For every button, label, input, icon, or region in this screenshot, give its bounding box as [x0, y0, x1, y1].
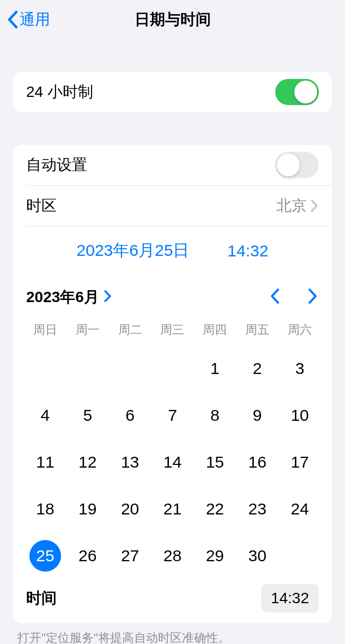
day-cell[interactable]: 28	[152, 538, 194, 573]
chevron-right-icon	[104, 290, 112, 305]
hour24-row: 24 小时制	[13, 72, 332, 112]
weekday-cell: 周二	[109, 317, 152, 345]
day-cell[interactable]: 24	[279, 492, 321, 526]
hour24-toggle[interactable]	[275, 79, 319, 105]
day-cell-empty	[109, 351, 152, 386]
day-cell[interactable]: 9	[236, 398, 279, 433]
weekday-cell: 周五	[236, 317, 279, 345]
day-cell[interactable]: 29	[193, 538, 236, 573]
weekday-cell: 周四	[193, 317, 236, 345]
day-cell[interactable]: 20	[109, 492, 152, 526]
day-cell[interactable]: 23	[236, 492, 279, 526]
day-cell[interactable]: 25	[24, 538, 66, 573]
day-cell[interactable]: 14	[152, 445, 194, 480]
day-cell[interactable]: 21	[152, 492, 194, 526]
month-selector[interactable]: 2023年6月	[26, 287, 112, 308]
weekday-row: 周日周一周二周三周四周五周六	[13, 315, 332, 345]
time-display[interactable]: 14:32	[227, 242, 268, 260]
day-cell[interactable]: 12	[66, 445, 109, 480]
weekday-cell: 周三	[152, 317, 194, 345]
back-label: 通用	[20, 9, 50, 30]
day-cell[interactable]: 18	[24, 492, 66, 526]
day-cell[interactable]: 8	[193, 398, 236, 433]
day-cell[interactable]: 7	[152, 398, 194, 433]
weekday-cell: 周六	[279, 317, 321, 345]
day-cell[interactable]: 16	[236, 445, 279, 480]
day-cell[interactable]: 11	[24, 445, 66, 480]
weekday-cell: 周一	[66, 317, 109, 345]
weekday-cell: 周日	[24, 317, 66, 345]
time-row-label: 时间	[26, 588, 57, 609]
day-cell[interactable]: 22	[193, 492, 236, 526]
day-cell[interactable]: 5	[66, 398, 109, 433]
day-cell[interactable]: 10	[279, 398, 321, 433]
day-cell[interactable]: 30	[236, 538, 279, 573]
back-button[interactable]: 通用	[7, 9, 50, 30]
auto-set-label: 自动设置	[26, 155, 87, 175]
day-cell[interactable]: 19	[66, 492, 109, 526]
timezone-value: 北京	[276, 195, 307, 216]
chevron-right-icon	[310, 199, 319, 213]
auto-set-row: 自动设置	[13, 145, 332, 185]
day-cell[interactable]: 1	[193, 351, 236, 386]
hour24-label: 24 小时制	[26, 82, 93, 102]
day-cell[interactable]: 2	[236, 351, 279, 386]
next-month-button[interactable]	[307, 287, 319, 307]
day-cell[interactable]: 13	[109, 445, 152, 480]
month-label: 2023年6月	[26, 287, 99, 308]
day-cell[interactable]: 15	[193, 445, 236, 480]
calendar-grid: 1234567891011121314151617181920212223242…	[13, 345, 332, 578]
date-display[interactable]: 2023年6月25日	[77, 240, 190, 262]
day-cell-empty	[66, 351, 109, 386]
day-cell[interactable]: 6	[109, 398, 152, 433]
day-cell[interactable]: 26	[66, 538, 109, 573]
day-cell[interactable]: 27	[109, 538, 152, 573]
time-picker-button[interactable]: 14:32	[261, 584, 319, 612]
day-cell[interactable]: 3	[279, 351, 321, 386]
day-cell-empty	[152, 351, 194, 386]
prev-month-button[interactable]	[269, 287, 281, 307]
auto-set-toggle[interactable]	[275, 152, 319, 178]
timezone-label: 时区	[26, 195, 57, 216]
chevron-left-icon	[7, 10, 19, 29]
day-cell-empty	[24, 351, 66, 386]
footer-text: 打开"定位服务"将提高自动时区准确性。	[17, 630, 328, 644]
timezone-row[interactable]: 时区 北京	[13, 186, 332, 226]
page-title: 日期与时间	[135, 9, 211, 30]
day-cell[interactable]: 17	[279, 445, 321, 480]
day-cell[interactable]: 4	[24, 398, 66, 433]
